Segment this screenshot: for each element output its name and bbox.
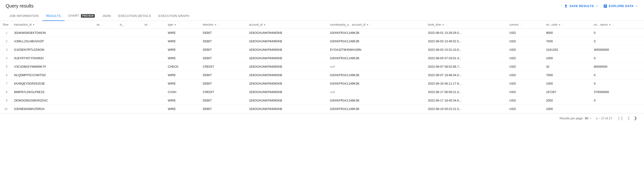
pagination-next-button[interactable]: ❯ xyxy=(632,115,638,121)
cell-type: WIRE xyxy=(165,46,200,54)
cell-book_time: 2022-08-07 09:52:06.7... xyxy=(425,63,506,71)
cell-row: 3 xyxy=(0,46,11,54)
col-header-direction[interactable]: direction ▼ xyxy=(200,21,246,29)
resize-handle-no-units[interactable] xyxy=(563,23,563,27)
sort-icon-transaction-id: ▼ xyxy=(32,24,35,26)
resize-handle-va[interactable] xyxy=(102,23,102,27)
cell-account_id: 1E6OOAUNKP84WDKB xyxy=(246,29,327,37)
tab-job-information[interactable]: JOB INFORMATION xyxy=(6,11,42,21)
cell-direction: DEBIT xyxy=(200,96,246,105)
resize-handle-so[interactable] xyxy=(150,23,150,27)
tab-json[interactable]: JSON xyxy=(98,11,114,21)
resize-handle-no-nanos[interactable] xyxy=(613,23,614,27)
cell-no_nanos: 0 xyxy=(591,79,644,88)
save-results-button[interactable]: SAVE RESULTS xyxy=(564,4,598,8)
col-header-row: Row xyxy=(0,21,11,29)
cell-so xyxy=(142,79,165,88)
cell-va xyxy=(94,79,117,88)
cell-row: 6 xyxy=(0,71,11,79)
cell-is_ xyxy=(117,29,142,37)
resize-handle-is[interactable] xyxy=(126,23,126,27)
pagination-buttons: ❙❮ ❮ ❯ xyxy=(616,115,638,121)
cell-transaction_id: BMIP87LGKGLP6E1E xyxy=(11,88,94,96)
table-row: 5V3C2DB4ZYMW69K70CHECKCREDIT1E6OOAUNKP84… xyxy=(0,63,644,71)
cell-counterparty_a_account_id: 0J0XKFR1K1149K2B xyxy=(327,54,425,63)
sort-icon-type: ▼ xyxy=(174,24,176,26)
save-icon xyxy=(564,4,568,8)
table-row: 9ZEWOG5KDS8GR2DXCWIREDEBIT1E6OOAUNKP84WD… xyxy=(0,96,644,105)
cell-is_ xyxy=(117,46,142,54)
cell-transaction_id: V3C2DB4ZYMW69K70 xyxy=(11,63,94,71)
col-header-no-units[interactable]: no...units ▼ xyxy=(543,21,591,29)
col-header-is: is_ xyxy=(117,21,142,29)
resize-handle-book-time[interactable] xyxy=(446,23,447,27)
col-header-type[interactable]: type ▼ xyxy=(165,21,200,29)
resize-handle-direction[interactable] xyxy=(219,23,219,27)
explore-data-button[interactable]: EXPLORE DATA xyxy=(603,4,638,8)
per-page-section: Results per page: 50 xyxy=(560,117,592,120)
tab-execution-details[interactable]: EXECUTION DETAILS xyxy=(114,11,154,21)
cell-direction: CREDIT xyxy=(200,88,246,96)
cell-so xyxy=(142,105,165,113)
cell-no_nanos: 0 xyxy=(591,96,644,105)
sort-icon-no-units: ▼ xyxy=(558,24,561,26)
col-header-book-time[interactable]: book_time ▼ xyxy=(425,21,506,29)
tab-results[interactable]: RESULTS xyxy=(42,11,64,21)
table-row: 8BMIP87LGKGLP6E1ECASHCREDIT1E6OOAUNKP84W… xyxy=(0,88,644,96)
cell-va xyxy=(94,105,117,113)
col-header-so: so xyxy=(142,21,165,29)
col-header-counterparty[interactable]: counterparty_a... account_id ▼ xyxy=(327,21,425,29)
col-header-transaction-id[interactable]: transaction_id ▼ xyxy=(11,21,94,29)
cell-counterparty_a_account_id: null xyxy=(327,63,425,71)
cell-direction: CREDIT xyxy=(200,63,246,71)
sort-icon-book-time: ▼ xyxy=(442,24,444,26)
resize-handle-currency[interactable] xyxy=(521,23,521,27)
resize-handle-type[interactable] xyxy=(179,23,179,27)
tab-chart[interactable]: CHART PREVIEW xyxy=(64,11,98,21)
cell-direction: DEBIT xyxy=(200,46,246,54)
cell-va xyxy=(94,37,117,46)
cell-currency: USD xyxy=(506,71,543,79)
cell-row: 10 xyxy=(0,105,11,113)
cell-is_ xyxy=(117,79,142,88)
page-container: Query results SAVE RESULTS EXPLORE DATA xyxy=(0,0,644,123)
pagination-prev-button[interactable]: ❮ xyxy=(626,115,632,121)
chart-icon xyxy=(603,4,608,8)
cell-direction: DEBIT xyxy=(200,37,246,46)
cell-no_nanos: 0 xyxy=(591,29,644,37)
cell-direction: DEBIT xyxy=(200,105,246,113)
resize-handle-counterparty[interactable] xyxy=(371,23,371,27)
cell-type: WIRE xyxy=(165,37,200,46)
table-row: 13G4KMS8GBXTD4IONWIREDEBIT1E6OOAUNKP84WD… xyxy=(0,29,644,37)
cell-no_nanos: 0 xyxy=(591,37,644,46)
explore-data-chevron-icon xyxy=(635,5,638,8)
table-row: 40LBYRT457YDH0KEIWIREDEBIT1E6OOAUNKP84WD… xyxy=(0,54,644,63)
col-header-account-id[interactable]: account_id ▼ xyxy=(246,21,327,29)
cell-counterparty_a_account_id: 0J0XKFR1K1149K2B xyxy=(327,29,425,37)
cell-type: WIRE xyxy=(165,105,200,113)
cell-type: CASH xyxy=(165,88,200,96)
cell-so xyxy=(142,71,165,79)
cell-va xyxy=(94,96,117,105)
cell-account_id: 1E6OOAUNKP84WDKB xyxy=(246,71,327,79)
col-header-no-nanos[interactable]: no... nanos ▼ xyxy=(591,21,644,29)
cell-type: CHECK xyxy=(165,63,200,71)
cell-va xyxy=(94,29,117,37)
cell-no_nanos: 0 xyxy=(591,71,644,79)
cell-row: 1 xyxy=(0,29,11,37)
cell-account_id: 1E6OOAUNKP84WDKB xyxy=(246,105,327,113)
resize-handle-transaction-id[interactable] xyxy=(37,23,38,27)
cell-so xyxy=(142,37,165,46)
tab-execution-graph[interactable]: EXECUTION GRAPH xyxy=(155,11,193,21)
cell-book_time: 2022-08-19 00:22:21.0... xyxy=(425,105,506,113)
sort-icon-account-id: ▼ xyxy=(263,24,266,26)
per-page-select[interactable]: 50 xyxy=(585,117,592,120)
cell-no_nanos xyxy=(591,105,644,113)
save-results-chevron-icon xyxy=(595,5,598,8)
cell-counterparty_a_account_id: 0J0XKFR1K1149K2B xyxy=(327,105,425,113)
cell-transaction_id: 0LBYRT457YDH0KEI xyxy=(11,54,94,63)
cell-va xyxy=(94,88,117,96)
pagination-first-button[interactable]: ❙❮ xyxy=(616,115,625,121)
resize-handle-account-id[interactable] xyxy=(268,23,268,27)
cell-no_nanos: 0 xyxy=(591,54,644,63)
